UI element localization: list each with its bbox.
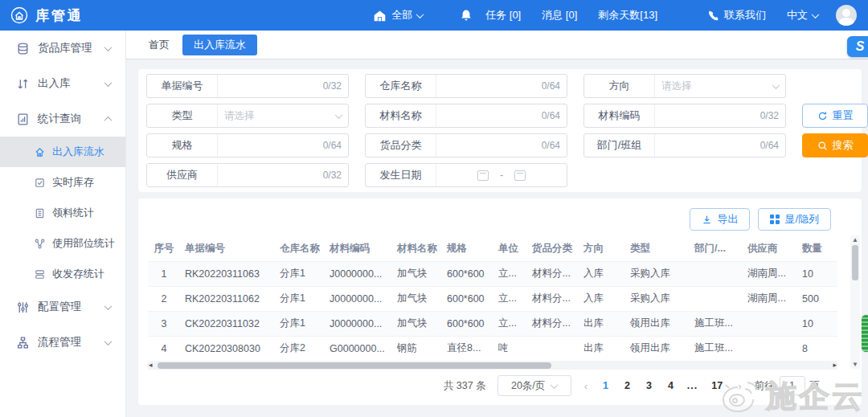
material-code-input[interactable]: 0/32 — [655, 104, 785, 127]
export-button[interactable]: 导出 — [690, 208, 750, 231]
column-header[interactable]: 单据编号 — [180, 237, 275, 261]
sidebar-item-material-stats[interactable]: 领料统计 — [0, 198, 125, 228]
filter-field-category[interactable]: 货品分类 0/64 — [365, 133, 567, 157]
scope-selector[interactable]: 全部 — [365, 8, 431, 22]
column-header[interactable]: 单位 — [493, 237, 527, 261]
horizontal-scrollbar[interactable]: ◂ ▸ — [148, 361, 837, 370]
table-toolbar: 导出 显/隐列 — [148, 208, 831, 231]
chevron-down-icon — [812, 10, 820, 18]
column-header[interactable]: 货品分类 — [527, 237, 579, 261]
sidebar-item-stats[interactable]: 统计查询 — [0, 101, 125, 137]
page-number[interactable]: 4 — [665, 380, 676, 391]
column-header[interactable]: 方向 — [579, 237, 625, 261]
filter-field-spec[interactable]: 规格 0/64 — [146, 133, 349, 157]
scrollbar-thumb[interactable] — [852, 245, 858, 280]
page-number[interactable]: 2 — [622, 380, 633, 391]
table-cell: 分库1 — [275, 286, 325, 311]
sliders-icon — [16, 300, 30, 314]
column-header[interactable]: 材料编码 — [325, 237, 392, 261]
sidebar-item-config[interactable]: 配置管理 — [0, 289, 125, 325]
column-header[interactable]: 部门/... — [690, 237, 743, 261]
filter-field-material-code[interactable]: 材料编码 0/32 — [583, 104, 786, 128]
sidebar-item-label: 实时库存 — [52, 175, 94, 190]
vertical-scrollbar[interactable]: ▲ ▼ — [850, 235, 860, 369]
column-header[interactable]: 仓库名称 — [275, 237, 325, 261]
show-hide-columns-button[interactable]: 显/隐列 — [758, 208, 831, 231]
avatar[interactable] — [836, 5, 857, 26]
direction-select[interactable]: 请选择 — [655, 75, 785, 97]
contact-item[interactable]: 联系我们 — [699, 8, 774, 22]
table-row[interactable]: 3 CK20220311032 分库1 J0000000... 加气块 600*… — [148, 311, 837, 336]
scroll-up-icon[interactable]: ▲ — [850, 235, 860, 244]
char-counter: 0/64 — [760, 140, 779, 151]
order-no-input[interactable]: 0/32 — [218, 75, 348, 97]
date-range-picker[interactable]: - — [436, 164, 567, 186]
sidebar-item-inout-flow[interactable]: 出入库流水 — [0, 137, 125, 167]
bell-icon[interactable] — [460, 9, 473, 22]
filter-field-order-no[interactable]: 单据编号 0/32 — [146, 74, 349, 98]
column-header[interactable]: 规格 — [442, 237, 493, 261]
sidebar-item-label: 出入库 — [38, 76, 71, 91]
tab-inout-flow[interactable]: 出入库流水 — [182, 35, 257, 55]
floating-brand-icon[interactable]: S — [847, 36, 868, 57]
sidebar-item-sendrecv-stats[interactable]: 收发存统计 — [0, 259, 125, 289]
filter-field-warehouse[interactable]: 仓库名称 0/64 — [365, 74, 567, 98]
column-header[interactable]: 序号 — [148, 237, 180, 261]
goto-page-input[interactable] — [780, 376, 805, 395]
filter-field-date[interactable]: 发生日期 - — [365, 163, 567, 187]
messages-item[interactable]: 消息 [0] — [534, 8, 585, 22]
warehouse-input[interactable]: 0/64 — [436, 75, 567, 97]
checklist-icon — [34, 177, 46, 189]
sidebar-item-realtime-stock[interactable]: 实时库存 — [0, 167, 125, 198]
scroll-right-icon[interactable]: ▸ — [833, 361, 837, 370]
char-counter: 0/32 — [760, 110, 779, 121]
next-page-icon[interactable]: › — [736, 380, 743, 392]
sidebar-item-goods[interactable]: 货品库管理 — [0, 31, 125, 66]
filter-field-type[interactable]: 类型 请选择 — [146, 104, 349, 128]
scroll-left-icon[interactable]: ◂ — [149, 361, 153, 370]
spec-input[interactable]: 0/64 — [218, 134, 348, 157]
search-button[interactable]: 搜索 — [802, 133, 868, 157]
sidebar-item-inout[interactable]: 出入库 — [0, 66, 125, 101]
page-number-last[interactable]: 17 — [709, 380, 725, 391]
page-number[interactable]: 3 — [644, 380, 654, 391]
filter-field-supplier[interactable]: 供应商 0/32 — [146, 163, 349, 187]
column-header[interactable]: 数量 — [797, 237, 837, 261]
pagination: 共 337 条 20条/页 ‹ 1 2 3 4 ... 17 › 前往 页 — [148, 370, 852, 402]
floating-side-widget[interactable] — [862, 315, 868, 352]
filter-field-department[interactable]: 部门/班组 0/64 — [583, 133, 786, 157]
tasks-item[interactable]: 任务 [0] — [477, 8, 529, 22]
sidebar-item-usage-stats[interactable]: 使用部位统计 — [0, 228, 125, 259]
column-header[interactable]: 材料名称 — [392, 237, 442, 261]
prev-page-icon[interactable]: ‹ — [583, 380, 589, 392]
category-input[interactable]: 0/64 — [436, 134, 567, 157]
tab-home[interactable]: 首页 — [137, 35, 181, 55]
sidebar-item-process[interactable]: 流程管理 — [0, 325, 125, 360]
chevron-down-icon — [551, 381, 559, 389]
select-placeholder: 请选择 — [224, 109, 255, 123]
columns-label: 显/隐列 — [784, 212, 819, 227]
table-row[interactable]: 2 RK20220311062 分库1 J0000000... 加气块 600*… — [148, 286, 837, 311]
table-row[interactable]: 4 CK20220308030 分库2 G0000000... 钢筋 直径8..… — [148, 336, 837, 361]
char-counter: 0/32 — [323, 80, 342, 92]
calendar-icon — [514, 170, 526, 181]
page-number[interactable]: 1 — [600, 380, 611, 391]
tasks-label: 任务 [0] — [485, 8, 521, 22]
department-input[interactable]: 0/64 — [655, 134, 785, 157]
table-cell: J0000000... — [325, 286, 392, 311]
language-selector[interactable]: 中文 — [779, 8, 826, 22]
material-name-input[interactable]: 0/64 — [436, 104, 567, 127]
filter-field-material-name[interactable]: 材料名称 0/64 — [365, 104, 567, 128]
column-header[interactable]: 供应商 — [743, 237, 797, 261]
page-size-select[interactable]: 20条/页 — [497, 375, 571, 396]
table-row[interactable]: 1 RK20220311063 分库1 J0000000... 加气块 600*… — [148, 261, 837, 286]
reset-button[interactable]: 重置 — [802, 104, 868, 128]
page-ellipsis[interactable]: ... — [687, 380, 698, 391]
filter-field-direction[interactable]: 方向 请选择 — [583, 74, 786, 98]
scrollbar-thumb[interactable] — [158, 362, 551, 369]
chevron-down-icon — [104, 43, 113, 51]
column-header[interactable]: 类型 — [625, 237, 690, 261]
supplier-input[interactable]: 0/32 — [218, 164, 348, 186]
scroll-down-icon[interactable]: ▼ — [850, 360, 860, 369]
type-select[interactable]: 请选择 — [218, 104, 348, 127]
